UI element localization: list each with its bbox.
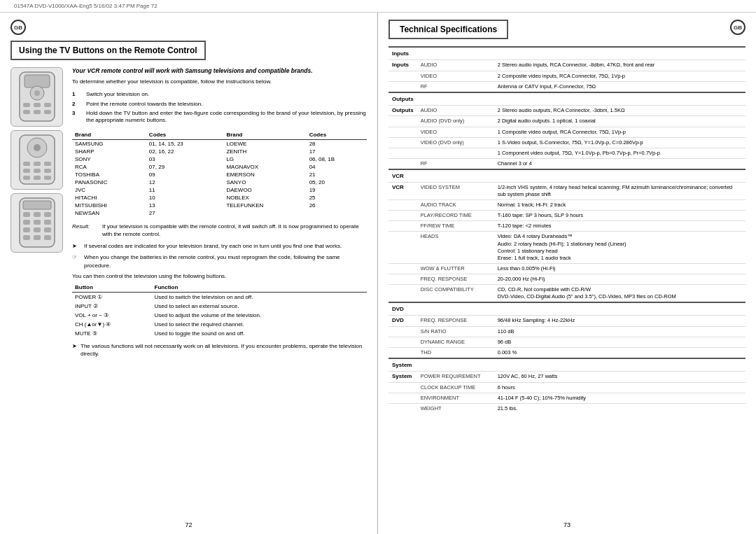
remote-img-3: [10, 193, 63, 253]
brand-row: HITACHI10NOBLEX25: [72, 194, 367, 202]
codes-col-1: Codes: [146, 130, 224, 140]
steps-list: 1 Switch your television on. 2 Point the…: [72, 91, 367, 125]
brand-row: SHARP02, 16, 22ZENITH17: [72, 148, 367, 155]
brand-row: JVC11DAEWOO19: [72, 186, 367, 194]
remote-img-2: [10, 130, 63, 190]
brand-table: Brand Codes Brand Codes SAMSUNG01, 14, 1…: [72, 130, 367, 217]
remote-img-1: [10, 67, 63, 127]
specs-row: OutputsAUDIO2 Stereo audio outputs, RCA …: [388, 105, 746, 116]
specs-row: DVDFREQ. RESPONSE96/48 kHz Sampling: 4 H…: [388, 316, 746, 327]
step-1-text: Switch your television on.: [86, 91, 149, 98]
brand-row: PANASONIC12SANYO05, 20: [72, 178, 367, 186]
left-title: Using the TV Buttons on the Remote Contr…: [10, 41, 206, 60]
svg-point-3: [34, 90, 40, 96]
step-3-text: Hold down the TV button and enter the tw…: [86, 110, 367, 125]
specs-row: SystemPOWER REQUIREMENT120V AC, 60 Hz, 2…: [388, 372, 746, 383]
left-inner: Your VCR remote control will work with S…: [10, 67, 367, 358]
svg-rect-28: [34, 220, 41, 225]
final-note: ➤ The various functions will not necessa…: [72, 342, 367, 358]
step-3: 3 Hold down the TV button and enter the …: [72, 110, 367, 125]
svg-rect-23: [23, 201, 51, 209]
brand-row: SONY03LG06, 08, 1B: [72, 155, 367, 163]
brand-row: RCA07, 29MAGNAVOX04: [72, 163, 367, 171]
svg-point-12: [34, 144, 41, 151]
btn-col: Button: [72, 283, 152, 293]
btn-row: CH (▲or▼) ④Used to select the required c…: [72, 320, 367, 329]
svg-rect-19: [23, 176, 30, 180]
specs-section-header: DVD: [388, 302, 746, 315]
btn-func-table: Button Function POWER ①Used to switch th…: [72, 283, 367, 338]
svg-rect-14: [34, 162, 41, 166]
result-section: Result: If your television is compatible…: [72, 223, 367, 238]
left-text-col: Your VCR remote control will work with S…: [72, 67, 367, 358]
note-item-1: ☞ When you change the batteries in the r…: [72, 253, 367, 269]
intro-text: To determine whether your television is …: [72, 78, 367, 85]
btn-row: POWER ①Used to switch the television on …: [72, 292, 367, 302]
final-note-arrow: ➤: [72, 342, 77, 358]
specs-row: PLAY/RECORD TIMET-160 tape: SP 3 hours, …: [388, 211, 746, 221]
svg-rect-31: [34, 227, 41, 232]
specs-row: VIDEO (DVD only)1 S-Video output, S-Conn…: [388, 137, 746, 148]
specs-row: WOW & FLUTTERLess than 0.005% (Hi-Fi): [388, 263, 746, 274]
svg-rect-21: [44, 176, 51, 180]
step-3-num: 3: [72, 110, 80, 125]
svg-rect-8: [34, 110, 41, 114]
specs-row: FREQ. RESPONSE20-20,000 Hz (Hi-Fi): [388, 274, 746, 285]
specs-row: VCRVIDEO SYSTEM1/2-inch VHS system, 4 ro…: [388, 182, 746, 199]
specs-row: WEIGHT21.5 lbs.: [388, 404, 746, 414]
final-note-text: The various functions will not necessari…: [80, 342, 367, 358]
top-bar: 01547A DVD-V1000/XAA-Eng5 5/16/02 3:47 P…: [0, 0, 756, 13]
specs-section-header: VCR: [388, 169, 746, 182]
svg-rect-25: [34, 212, 41, 217]
gb-badge-left: GB: [10, 20, 26, 35]
note-text-1: When you change the batteries in the rem…: [84, 253, 367, 269]
svg-rect-27: [23, 220, 30, 225]
svg-rect-9: [44, 110, 51, 114]
func-col: Function: [152, 283, 367, 293]
svg-rect-20: [34, 176, 41, 180]
specs-row: RFChannel 3 or 4: [388, 158, 746, 169]
specs-row: S/N RATIO110 dB: [388, 327, 746, 337]
button-func-intro: You can then control the television usin…: [72, 273, 367, 279]
svg-rect-7: [23, 110, 30, 114]
step-2: 2 Point the remote control towards the t…: [72, 101, 367, 108]
specs-row: DISC COMPATIBILITYCD, CD-R, Not compatib…: [388, 285, 746, 303]
result-row: Result: If your television is compatible…: [72, 223, 367, 238]
specs-row: FF/REW TIMET-120 tape: <2 minutes: [388, 221, 746, 232]
gb-badge-right: GB: [730, 20, 746, 35]
specs-row: InputsAUDIO2 Stereo audio inputs, RCA Co…: [388, 59, 746, 71]
specs-row: VIDEO1 Composite video output, RCA Conne…: [388, 127, 746, 137]
specs-row: RFAntenna or CATV Input, F-Connector, 75…: [388, 81, 746, 92]
svg-rect-34: [34, 235, 41, 240]
step-1-num: 1: [72, 91, 80, 98]
right-panel: Technical Specifications GB InputsInputs…: [378, 13, 756, 534]
svg-rect-5: [34, 103, 41, 107]
page-num-right: 73: [564, 521, 570, 528]
specs-row: CLOCK BACKUP TIME6 hours: [388, 383, 746, 393]
btn-row: MUTE ⑤Used to toggle the sound on and of…: [72, 329, 367, 338]
brand-row: SAMSUNG01, 14, 15, 23LOEWE28: [72, 139, 367, 148]
specs-section-header: System: [388, 358, 746, 371]
specs-row: THD0.003 %: [388, 348, 746, 359]
left-panel: GB Using the TV Buttons on the Remote Co…: [0, 13, 378, 534]
brand-row: TOSHIBA09EMERSON21: [72, 171, 367, 178]
result-text: If your television is compatible with th…: [102, 223, 367, 238]
specs-table: InputsInputsAUDIO2 Stereo audio inputs, …: [388, 46, 746, 414]
top-bar-text: 01547A DVD-V1000/XAA-Eng5 5/16/02 3:47 P…: [14, 3, 158, 9]
specs-row: AUDIO TRACKNormal: 1 track; Hi-Fi: 2 tra…: [388, 200, 746, 211]
svg-rect-26: [44, 212, 51, 217]
specs-section-header: Outputs: [388, 92, 746, 105]
intro-bold: Your VCR remote control will work with S…: [72, 67, 367, 74]
svg-rect-17: [34, 169, 41, 173]
step-1: 1 Switch your television on.: [72, 91, 367, 98]
svg-rect-1: [24, 75, 50, 87]
right-title: Technical Specifications: [388, 20, 508, 39]
svg-rect-4: [23, 103, 30, 107]
specs-row: ENVIRONMENT41-104 F (5-40 C); 10%-75% hu…: [388, 393, 746, 404]
svg-rect-15: [44, 162, 51, 166]
specs-row: AUDIO (DVD only)2 Digital audio outputs.…: [388, 116, 746, 127]
page-num-left: 72: [185, 521, 192, 528]
result-label: Result:: [72, 223, 99, 238]
svg-rect-35: [44, 235, 51, 240]
svg-rect-24: [23, 212, 30, 217]
